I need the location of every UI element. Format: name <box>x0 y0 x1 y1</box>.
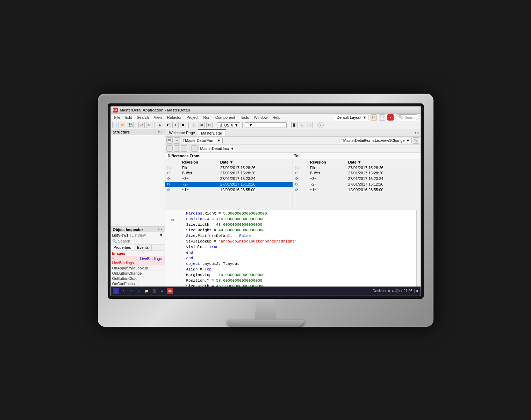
tb-redo[interactable]: ↪ <box>146 122 152 128</box>
ft-btn1[interactable]: 💾 <box>166 137 173 144</box>
target-dropdown[interactable]: ▼ <box>245 122 287 128</box>
tb-new[interactable]: 📄 <box>112 122 119 128</box>
from-row-buffer[interactable]: ⟳ Buffer 27/01/2017 15:28:26 <box>165 170 293 176</box>
tb-pause[interactable]: ⏸ <box>172 122 179 128</box>
prop-oncf-value[interactable] <box>139 281 165 286</box>
tb-undo[interactable]: ↩ <box>138 122 145 128</box>
obj-inspector-pin[interactable]: # × <box>158 228 163 231</box>
prop-onbclick-value[interactable] <box>139 276 165 281</box>
start-button[interactable]: ⊞ <box>113 288 119 294</box>
ft2-btn1[interactable]: ⬜ <box>166 145 173 152</box>
menu-file[interactable]: File <box>112 115 123 120</box>
prop-images-value[interactable] <box>139 251 165 256</box>
to-row-file[interactable]: 📄 File 27/01/2017 15:28:26 <box>293 165 421 170</box>
component-dropdown-arrow[interactable]: ▼ <box>159 233 163 237</box>
to-col-date: Date ▼ <box>346 159 421 165</box>
prop-lb-value[interactable]: LiveBindings <box>139 256 165 265</box>
ft2-sep <box>189 146 189 151</box>
to-row-rev3[interactable]: ⟳ ~3~ 27/01/2017 15:23:24 <box>293 176 421 181</box>
component-dropdown-row[interactable]: ListView1 TListView ▼ <box>111 232 165 238</box>
tb-help[interactable]: ? <box>317 122 324 128</box>
tab-bar-pin[interactable]: ▾ × <box>415 131 419 135</box>
tb-stop[interactable]: ⏹ <box>180 122 186 128</box>
main-content: Structure # × Object Inspector # × <box>111 129 421 287</box>
from-row-file[interactable]: 📄 File 27/01/2017 15:28:26 <box>165 165 293 170</box>
masterdetail-tab[interactable]: MasterDetail <box>198 129 226 136</box>
tb-toggle3[interactable]: ⊡ <box>206 122 213 128</box>
prop-onbc-value[interactable] <box>139 271 165 276</box>
tab-properties[interactable]: Properties <box>111 245 134 251</box>
to-row-rev2[interactable]: ⟳ ~2~ 27/01/2017 15:12:26 <box>293 181 421 187</box>
properties-list: Images + LiveBindings LiveBindings <box>111 251 165 287</box>
obj-search-box[interactable]: 🔍 <box>111 238 165 245</box>
toolbar-icon-1[interactable]: 📋 <box>371 114 377 121</box>
taskbar-edge[interactable]: e <box>136 288 142 294</box>
ft-btn2[interactable]: → <box>174 137 180 144</box>
obj-inspector-title: Object Inspector <box>113 227 143 232</box>
obj-search-input[interactable] <box>118 239 166 243</box>
menu-tools[interactable]: Tools <box>238 115 251 120</box>
from-col-icon <box>165 159 180 165</box>
from-rev3-date: 27/01/2017 15:23:24 <box>218 176 293 181</box>
ft2-btn4[interactable]: ⬜ <box>191 145 198 152</box>
taskbar-search-circle[interactable]: ○ <box>121 288 127 294</box>
tb-save[interactable]: 💾 <box>128 122 134 128</box>
code-line-11: Align = Top <box>186 267 414 272</box>
app-icon: RX <box>113 108 118 113</box>
from-row-rev3[interactable]: ⟳ ~3~ 27/01/2017 15:23:24 <box>165 176 293 181</box>
taskbar-black[interactable]: ⬛ <box>151 288 158 294</box>
taskbar-folder[interactable]: 📁 <box>144 288 150 294</box>
menu-edit[interactable]: Edit <box>123 115 134 120</box>
tb-open[interactable]: 📂 <box>120 122 126 128</box>
prop-images-name: Images <box>111 251 139 256</box>
tb-dropdown-arrow[interactable]: ▼ <box>165 122 171 128</box>
taskbar-right: Desktop ※ ∧ ⓘ □ 21:26 ■ <box>373 289 418 294</box>
toolbar-icon-3[interactable]: ● <box>387 114 394 121</box>
menu-search-box[interactable]: 🔍 Search <box>396 114 419 120</box>
to-row-rev1[interactable]: ⟳ ~1~ 12/09/2016 23:55:00 <box>293 187 421 193</box>
tb-back[interactable]: ← <box>299 122 305 128</box>
menu-component[interactable]: Component <box>213 115 237 120</box>
ft-event-dropdown[interactable]: TMasterDetailForm.ListView1Change ▼ <box>339 138 411 143</box>
ln-4 <box>166 222 175 226</box>
menu-help[interactable]: Help <box>270 115 282 120</box>
from-row-rev1[interactable]: ⟳ ~1~ 12/09/2016 23:55:00 <box>165 187 293 193</box>
expand-icon[interactable]: + <box>112 256 114 261</box>
taskbar-rx[interactable]: RX <box>167 288 173 294</box>
prop-onasl-value[interactable] <box>139 266 165 270</box>
taskbar-square[interactable]: □ <box>128 288 135 294</box>
ft-dropdown[interactable]: TMasterDetailForm ▼ <box>181 138 223 143</box>
layout-dropdown[interactable]: Default Layout ▼ <box>335 115 368 120</box>
ft-dd-label: TMasterDetailForm <box>183 138 216 143</box>
taskbar-show-desktop[interactable]: ■ <box>414 289 418 293</box>
structure-pin-icon[interactable]: # × <box>158 130 163 134</box>
menu-view[interactable]: View <box>152 115 164 120</box>
tb-toggle2[interactable]: ⊞ <box>199 122 205 128</box>
toolbar-icon-2[interactable]: 📋 <box>379 114 385 121</box>
menu-window[interactable]: Window <box>252 115 270 120</box>
code-line-13: Position.Y = 58.00000000000000000 <box>186 278 414 283</box>
tb-sep4 <box>215 122 215 128</box>
menu-run[interactable]: Run <box>201 115 213 120</box>
from-row-rev2[interactable]: ⟳ ~2~ 27/01/2017 15:12:26 <box>165 181 293 187</box>
ft-search-btn[interactable]: 🔍 <box>413 137 419 144</box>
structure-tree <box>111 135 165 226</box>
code-content[interactable]: Margins.Right = 5.00000000000000000 Posi… <box>184 210 416 287</box>
tb-run[interactable]: ▶ <box>157 122 163 128</box>
code-scrollbar[interactable] <box>416 210 421 287</box>
platform-dropdown[interactable]: 🖥 OS X ▼ <box>217 122 240 128</box>
ft2-dropdown-bar[interactable]: MasterDetail.fmx ▼ <box>199 146 236 151</box>
menu-refactor[interactable]: Refactor <box>165 115 184 120</box>
ft2-btn2[interactable]: ⬜ <box>174 145 180 152</box>
ft2-btn3[interactable]: ⬜ <box>181 145 187 152</box>
tb-device[interactable]: 📱 <box>291 122 297 128</box>
to-row-buffer[interactable]: ⟳ Buffer 27/01/2017 15:28:26 <box>293 170 421 176</box>
tb-forward[interactable]: → <box>307 122 313 128</box>
diff-from-pane: Revision Date ▼ 📄 File <box>165 159 293 210</box>
menu-search[interactable]: Search <box>135 115 151 120</box>
welcome-tab[interactable]: Welcome Page <box>166 130 198 136</box>
tb-toggle1[interactable]: ⊟ <box>191 122 197 128</box>
taskbar-orange[interactable]: ● <box>159 288 165 294</box>
menu-project[interactable]: Project <box>184 115 200 120</box>
tab-events[interactable]: Events <box>134 245 152 251</box>
